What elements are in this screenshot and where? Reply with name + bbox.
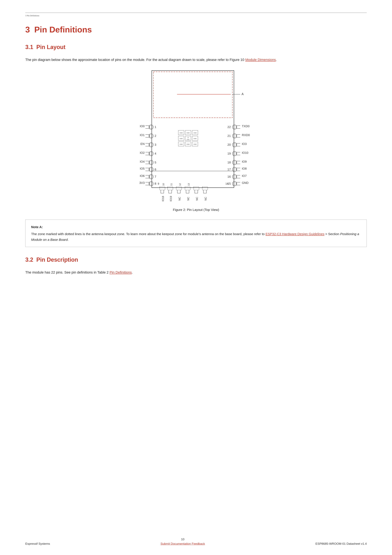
svg-text:25: 25 [187,137,189,138]
svg-text:9: 9 [158,183,159,185]
svg-text:GND: GND [179,132,183,134]
svg-point-79 [232,167,237,172]
svg-text:16: 16 [228,175,231,178]
svg-rect-95 [176,187,182,190]
svg-point-63 [232,134,237,138]
svg-point-60 [233,126,236,128]
svg-text:GND: GND [186,144,190,145]
svg-rect-97 [185,187,190,190]
top-rule [25,13,367,13]
svg-point-35 [150,143,153,146]
footer: Espressif Systems 10 Submit Documentatio… [0,538,392,546]
svg-point-59 [232,125,237,129]
svg-text:13: 13 [187,183,190,186]
svg-point-76 [233,161,236,164]
svg-text:GND: GND [193,144,197,145]
svg-rect-0 [152,71,234,188]
svg-point-51 [150,175,153,178]
svg-text:GND: GND [186,132,190,134]
submit-feedback-link[interactable]: Submit Documentation Feedback [161,542,205,546]
svg-text:IO0: IO0 [140,124,145,128]
svg-text:GND: GND [179,138,183,139]
svg-text:IO4: IO4 [140,160,145,163]
svg-point-67 [232,143,237,147]
svg-text:10: 10 [162,183,165,186]
svg-point-72 [233,152,236,155]
section32-title: 3.2Pin Description [25,256,367,263]
breadcrumb: 3 Pin Definitions [25,15,367,17]
svg-point-26 [149,125,153,129]
svg-text:IO1: IO1 [140,133,145,137]
svg-text:IO9: IO9 [242,160,247,163]
svg-text:NC: NC [178,197,181,201]
section31-title: 3.1Pin Layout [25,44,367,51]
svg-point-47 [150,168,153,171]
svg-text:IO10: IO10 [242,151,248,154]
svg-text:IO3: IO3 [242,142,247,146]
svg-text:2: 2 [155,134,156,138]
note-title: Note A: [31,224,361,230]
figure-container: A GND GND GND GND 25 GND GND GND GND GND… [25,69,367,212]
figure-caption: Figure 2: Pin Layout (Top View) [173,208,219,212]
svg-point-84 [233,175,236,178]
svg-text:GND: GND [179,144,183,145]
svg-text:1: 1 [155,125,156,129]
svg-point-83 [232,175,237,179]
svg-text:22: 22 [228,125,231,129]
svg-point-64 [233,134,236,137]
footer-center: 10 Submit Documentation Feedback [161,538,205,546]
svg-point-31 [150,134,153,137]
svg-text:7: 7 [155,175,156,178]
svg-text:TXD0: TXD0 [242,124,249,128]
svg-point-34 [149,143,153,147]
svg-text:NC: NC [204,197,207,201]
svg-text:IO6: IO6 [140,174,145,177]
svg-text:A: A [242,92,244,96]
svg-text:17: 17 [228,168,231,171]
pin-definitions-link[interactable]: Pin Definitions [110,270,132,274]
svg-text:3: 3 [155,143,156,146]
svg-point-38 [149,151,153,156]
svg-text:19: 19 [228,152,231,155]
note-body: The zone marked with dotted lines is the… [31,231,361,242]
svg-point-87 [232,182,237,186]
svg-point-71 [232,151,237,156]
svg-text:IO7: IO7 [242,174,247,177]
svg-point-54 [149,182,153,186]
svg-point-27 [150,126,153,128]
chapter-title: 3Pin Definitions [25,25,367,34]
svg-rect-99 [194,187,199,190]
footer-left: Espressif Systems [25,542,50,546]
svg-point-68 [233,143,236,146]
svg-text:11: 11 [170,183,173,186]
esp32c3-guideline-link[interactable]: ESP32-C3 Hardware Design Guidelines [265,232,324,236]
svg-point-88 [233,182,236,185]
svg-point-55 [150,182,153,185]
section31-body: The pin diagram below shows the approxim… [25,57,367,63]
svg-text:GND: GND [242,181,249,184]
svg-text:GND: GND [193,132,197,134]
svg-text:20: 20 [228,143,231,146]
svg-text:21: 21 [228,134,231,138]
svg-text:RXD0: RXD0 [242,133,250,137]
svg-text:IO18: IO18 [162,196,164,202]
footer-right: ESP8685-WROOM-01 Datasheet v1.4 [315,542,367,546]
svg-point-80 [233,168,236,171]
svg-point-42 [149,160,153,165]
svg-text:GND: GND [193,138,197,139]
svg-text:IO19: IO19 [170,196,172,202]
svg-point-75 [232,160,237,165]
svg-text:IO5: IO5 [140,167,145,170]
svg-text:18: 18 [228,161,231,164]
footer-page: 10 [181,538,184,541]
svg-text:3V3: 3V3 [139,181,145,184]
svg-text:NC: NC [196,197,198,201]
pin-diagram-svg: A GND GND GND GND 25 GND GND GND GND GND… [120,69,272,205]
svg-text:4: 4 [155,152,156,155]
svg-text:EN: EN [141,142,145,146]
svg-text:IO8: IO8 [242,167,247,170]
svg-point-50 [149,175,153,179]
module-dimensions-link[interactable]: Module Dimensions [245,58,276,62]
svg-text:12: 12 [179,183,181,186]
svg-text:14: 14 [225,183,228,185]
